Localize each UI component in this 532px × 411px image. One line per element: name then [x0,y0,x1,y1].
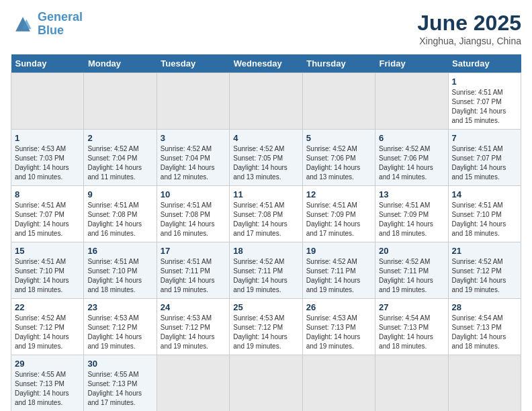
page-header: General Blue June 2025 Xinghua, Jiangsu,… [11,11,521,46]
calendar-cell: 4Sunrise: 4:52 AMSunset: 7:05 PMDaylight… [230,130,302,186]
calendar-cell: 29Sunrise: 4:55 AMSunset: 7:13 PMDayligh… [11,355,84,412]
day-info: Sunrise: 4:51 AMSunset: 7:07 PMDaylight:… [15,201,80,238]
day-number: 14 [452,189,517,199]
day-info: Sunrise: 4:51 AMSunset: 7:10 PMDaylight:… [87,257,152,295]
calendar-cell: 5Sunrise: 4:52 AMSunset: 7:06 PMDaylight… [302,130,375,186]
calendar-cell: 23Sunrise: 4:53 AMSunset: 7:12 PMDayligh… [84,299,157,355]
day-number: 9 [87,189,152,199]
calendar-cell [157,355,229,412]
calendar-cell: 16Sunrise: 4:51 AMSunset: 7:10 PMDayligh… [84,242,157,299]
calendar-cell: 9Sunrise: 4:51 AMSunset: 7:08 PMDaylight… [84,186,157,242]
calendar-cell [11,73,84,130]
day-number: 11 [233,189,298,199]
day-info: Sunrise: 4:51 AMSunset: 7:08 PMDaylight:… [233,201,298,238]
calendar-table: SundayMondayTuesdayWednesdayThursdayFrid… [11,54,521,411]
calendar-week-1: 1Sunrise: 4:51 AMSunset: 7:07 PMDaylight… [11,73,521,130]
day-info: Sunrise: 4:51 AMSunset: 7:07 PMDaylight:… [452,88,517,126]
day-number: 1 [15,133,80,143]
day-info: Sunrise: 4:54 AMSunset: 7:13 PMDaylight:… [452,314,517,351]
day-number: 27 [379,302,444,312]
day-number: 10 [161,189,226,199]
calendar-cell: 24Sunrise: 4:53 AMSunset: 7:12 PMDayligh… [157,299,229,355]
calendar-cell: 15Sunrise: 4:51 AMSunset: 7:10 PMDayligh… [11,242,84,299]
logo-icon [11,12,35,36]
column-header-sunday: Sunday [11,54,84,73]
day-info: Sunrise: 4:54 AMSunset: 7:13 PMDaylight:… [379,314,444,351]
day-number: 15 [15,246,80,256]
day-number: 23 [87,302,152,312]
day-number: 5 [306,133,371,143]
calendar-cell: 20Sunrise: 4:52 AMSunset: 7:11 PMDayligh… [375,242,448,299]
day-info: Sunrise: 4:53 AMSunset: 7:03 PMDaylight:… [15,144,80,182]
calendar-week-3: 8Sunrise: 4:51 AMSunset: 7:07 PMDaylight… [11,186,521,242]
day-info: Sunrise: 4:53 AMSunset: 7:12 PMDaylight:… [87,314,152,351]
calendar-cell [375,73,448,130]
day-info: Sunrise: 4:53 AMSunset: 7:13 PMDaylight:… [306,314,371,351]
calendar-week-4: 15Sunrise: 4:51 AMSunset: 7:10 PMDayligh… [11,242,521,299]
day-info: Sunrise: 4:52 AMSunset: 7:12 PMDaylight:… [452,257,517,295]
day-number: 19 [306,246,371,256]
calendar-cell: 17Sunrise: 4:51 AMSunset: 7:11 PMDayligh… [157,242,229,299]
title-block: June 2025 Xinghua, Jiangsu, China [417,11,521,46]
calendar-cell: 22Sunrise: 4:52 AMSunset: 7:12 PMDayligh… [11,299,84,355]
day-number: 4 [233,133,298,143]
day-info: Sunrise: 4:52 AMSunset: 7:06 PMDaylight:… [379,144,444,182]
day-info: Sunrise: 4:51 AMSunset: 7:10 PMDaylight:… [452,201,517,238]
day-info: Sunrise: 4:53 AMSunset: 7:12 PMDaylight:… [233,314,298,351]
calendar-cell: 7Sunrise: 4:51 AMSunset: 7:07 PMDaylight… [448,130,521,186]
day-info: Sunrise: 4:55 AMSunset: 7:13 PMDaylight:… [15,370,80,408]
logo-text: General Blue [38,11,83,38]
calendar-cell: 21Sunrise: 4:52 AMSunset: 7:12 PMDayligh… [448,242,521,299]
calendar-cell [448,355,521,412]
calendar-cell [230,73,302,130]
day-info: Sunrise: 4:52 AMSunset: 7:11 PMDaylight:… [379,257,444,295]
calendar-cell: 28Sunrise: 4:54 AMSunset: 7:13 PMDayligh… [448,299,521,355]
day-number: 7 [452,133,517,143]
day-info: Sunrise: 4:52 AMSunset: 7:05 PMDaylight:… [233,144,298,182]
day-number: 3 [161,133,226,143]
calendar-cell: 19Sunrise: 4:52 AMSunset: 7:11 PMDayligh… [302,242,375,299]
day-info: Sunrise: 4:52 AMSunset: 7:06 PMDaylight:… [306,144,371,182]
day-info: Sunrise: 4:51 AMSunset: 7:08 PMDaylight:… [161,201,226,238]
calendar-cell [84,73,157,130]
calendar-cell [302,355,375,412]
calendar-cell: 26Sunrise: 4:53 AMSunset: 7:13 PMDayligh… [302,299,375,355]
calendar-cell [375,355,448,412]
day-info: Sunrise: 4:53 AMSunset: 7:12 PMDaylight:… [161,314,226,351]
day-number: 18 [233,246,298,256]
calendar-week-6: 29Sunrise: 4:55 AMSunset: 7:13 PMDayligh… [11,355,521,412]
calendar-cell: 12Sunrise: 4:51 AMSunset: 7:09 PMDayligh… [302,186,375,242]
calendar-cell: 6Sunrise: 4:52 AMSunset: 7:06 PMDaylight… [375,130,448,186]
calendar-cell: 25Sunrise: 4:53 AMSunset: 7:12 PMDayligh… [230,299,302,355]
column-header-wednesday: Wednesday [230,54,302,73]
day-info: Sunrise: 4:51 AMSunset: 7:10 PMDaylight:… [15,257,80,295]
day-number: 22 [15,302,80,312]
calendar-cell [302,73,375,130]
day-info: Sunrise: 4:52 AMSunset: 7:12 PMDaylight:… [15,314,80,351]
calendar-body: 1Sunrise: 4:51 AMSunset: 7:07 PMDaylight… [11,73,521,412]
day-info: Sunrise: 4:51 AMSunset: 7:08 PMDaylight:… [87,201,152,238]
day-number: 28 [452,302,517,312]
day-number: 8 [15,189,80,199]
calendar-cell [157,73,229,130]
day-number: 16 [87,246,152,256]
day-number: 30 [87,359,152,369]
calendar-header: SundayMondayTuesdayWednesdayThursdayFrid… [11,54,521,73]
calendar-week-5: 22Sunrise: 4:52 AMSunset: 7:12 PMDayligh… [11,299,521,355]
day-number: 25 [233,302,298,312]
column-header-friday: Friday [375,54,448,73]
day-info: Sunrise: 4:51 AMSunset: 7:09 PMDaylight:… [379,201,444,238]
calendar-cell: 1Sunrise: 4:53 AMSunset: 7:03 PMDaylight… [11,130,84,186]
day-number: 21 [452,246,517,256]
day-number: 24 [161,302,226,312]
day-number: 17 [161,246,226,256]
calendar-cell: 3Sunrise: 4:52 AMSunset: 7:04 PMDaylight… [157,130,229,186]
column-header-tuesday: Tuesday [157,54,229,73]
calendar-cell: 2Sunrise: 4:52 AMSunset: 7:04 PMDaylight… [84,130,157,186]
location: Xinghua, Jiangsu, China [417,36,521,46]
day-info: Sunrise: 4:52 AMSunset: 7:11 PMDaylight:… [233,257,298,295]
calendar-cell: 18Sunrise: 4:52 AMSunset: 7:11 PMDayligh… [230,242,302,299]
day-info: Sunrise: 4:55 AMSunset: 7:13 PMDaylight:… [87,370,152,408]
day-info: Sunrise: 4:52 AMSunset: 7:04 PMDaylight:… [161,144,226,182]
logo: General Blue [11,11,83,38]
